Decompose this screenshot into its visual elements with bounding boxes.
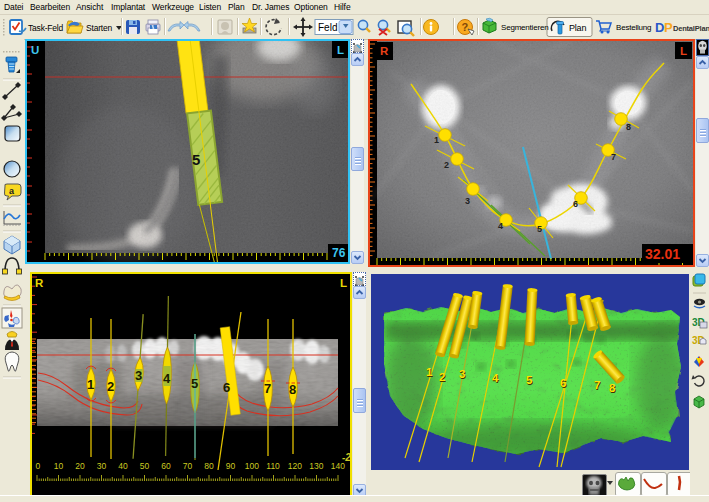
svg-text:7: 7 [611, 152, 616, 162]
svg-text:1: 1 [87, 377, 94, 392]
svg-text:0: 0 [36, 461, 41, 471]
svg-text:-2: -2 [342, 452, 350, 463]
svg-text:1: 1 [426, 366, 433, 378]
svg-text:6: 6 [223, 380, 230, 395]
svg-text:3: 3 [465, 196, 470, 206]
svg-text:2: 2 [439, 371, 445, 383]
svg-text:40: 40 [118, 461, 128, 471]
svg-text:60: 60 [161, 461, 171, 471]
svg-text:?: ? [462, 21, 469, 33]
svg-text:D: D [655, 20, 664, 35]
svg-text:R: R [380, 45, 389, 57]
svg-text:5: 5 [191, 376, 198, 391]
svg-text:U: U [31, 44, 39, 56]
svg-text:3: 3 [459, 368, 465, 380]
svg-text:P: P [664, 20, 673, 35]
svg-text:32.01: 32.01 [645, 246, 680, 262]
svg-text:Feld: Feld [318, 22, 337, 33]
svg-text:7: 7 [264, 381, 271, 396]
svg-text:120: 120 [288, 461, 302, 471]
svg-text:5: 5 [526, 374, 533, 386]
svg-text:30: 30 [97, 461, 107, 471]
svg-text:R: R [35, 277, 44, 289]
svg-text:4: 4 [492, 372, 499, 384]
svg-text:100: 100 [245, 461, 259, 471]
svg-text:5: 5 [192, 151, 200, 168]
svg-text:4: 4 [163, 371, 171, 386]
svg-text:80: 80 [204, 461, 214, 471]
svg-text:L: L [340, 277, 347, 289]
svg-text:8: 8 [626, 122, 631, 132]
svg-text:2: 2 [107, 379, 114, 394]
svg-text:1: 1 [434, 135, 439, 145]
svg-text:6: 6 [560, 377, 566, 389]
svg-text:2: 2 [444, 160, 449, 170]
svg-text:130: 130 [309, 461, 323, 471]
svg-text:5: 5 [537, 224, 542, 234]
svg-text:50: 50 [140, 461, 150, 471]
svg-text:76: 76 [332, 246, 346, 260]
svg-text:70: 70 [183, 461, 193, 471]
svg-text:6: 6 [573, 199, 578, 209]
svg-text:8: 8 [289, 382, 296, 397]
svg-text:10: 10 [54, 461, 64, 471]
svg-text:3: 3 [135, 368, 142, 383]
svg-text:90: 90 [226, 461, 236, 471]
svg-text:L: L [680, 45, 687, 57]
svg-text:8: 8 [609, 382, 616, 394]
svg-text:4: 4 [498, 221, 503, 231]
svg-text:L: L [337, 44, 344, 56]
svg-text:110: 110 [266, 461, 280, 471]
svg-text:20: 20 [75, 461, 85, 471]
svg-text:7: 7 [594, 379, 600, 391]
